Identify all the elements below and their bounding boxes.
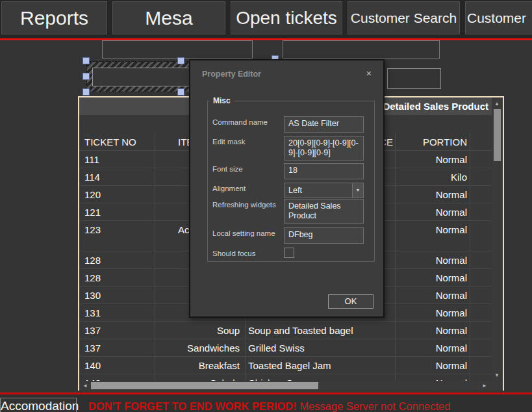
scroll-left-icon[interactable]: ◄ [82,383,88,389]
ok-button[interactable]: OK [328,294,374,309]
cell-group: Breakfast [155,357,245,374]
command-name-label: Command name [212,118,268,126]
scroll-down-icon[interactable]: ▼ [494,373,500,378]
cell-ticket: 142 [79,374,155,381]
cell-group: Sandwiches [155,339,245,356]
should-focus-checkbox[interactable] [284,248,294,258]
app-window: Reports Mesa Open tickets Customer Searc… [0,0,532,412]
cell-ticket: 140 [79,357,155,374]
selection-handle-top-center[interactable] [177,57,184,64]
cell-portion: Normal [395,151,470,168]
cell-portion: Normal [395,221,470,251]
close-icon[interactable]: × [366,68,372,79]
table-title: Detailed Sales Product [383,101,488,112]
cell-group: Salads [155,374,245,381]
warning-text: DON'T FORGET TO END WORK PERIOD! Message… [88,400,450,412]
cell-portion: Normal [395,339,470,356]
cell-ticket: 131 [79,304,155,321]
cell-item: Soup and Toasted bagel [245,322,395,339]
designer-textbox-right[interactable] [283,40,440,58]
nav-mesa-label: Mesa [145,7,192,29]
misc-group-label: Misc [210,96,234,105]
cell-ticket: 128 [79,251,155,268]
scrollbar-corner [492,381,503,391]
cell-portion: Normal [395,269,470,286]
designer-textbox-left[interactable] [102,40,253,58]
top-red-divider [0,38,532,40]
refreshing-widgets-label: Refreshing widgets [212,201,276,209]
cell-item: Grilled Swiss [245,339,395,356]
selection-handle-bottom-left[interactable] [82,88,90,96]
edit-mask-input[interactable]: 20[0-9][0-9]-[0-9][0-9]-[0-9][0-9] [284,136,364,161]
cell-portion: Normal [395,203,470,220]
alignment-value: Left [288,186,302,195]
vertical-scrollbar[interactable]: ▲ ▼ [492,97,503,381]
alignment-label: Alignment [212,185,246,192]
alignment-dropdown[interactable]: Left ▼ [284,183,364,198]
local-setting-name-label: Local setting name [212,229,275,237]
selection-handle-mid-left[interactable] [82,73,90,80]
grid-line [155,133,155,381]
local-setting-name-input[interactable]: DFbeg [284,227,364,244]
cell-portion: Kilo [395,168,470,185]
cell-portion: Normal [395,322,470,339]
horizontal-scrollbar[interactable]: ◄ ► [79,381,492,391]
designer-textbox-small[interactable] [387,68,441,89]
cell-group: Soup [155,322,245,339]
cell-ticket: 130 [79,287,155,303]
property-editor-dialog: Property Editor × Misc Command name AS D… [189,59,385,318]
end-work-period-warning: DON'T FORGET TO END WORK PERIOD! [88,400,297,412]
cell-item: Chicken Caesar [245,374,395,381]
nav-customer-search-button[interactable]: Customer Search [348,1,460,34]
chevron-down-icon[interactable]: ▼ [352,183,363,198]
table-row[interactable]: 140BreakfastToasted Bagel JamNormal [79,357,492,374]
cell-ticket: 121 [79,203,155,220]
grid-line [470,133,470,381]
cell-ticket: 111 [79,151,155,168]
vertical-scrollbar-thumb[interactable] [494,109,501,161]
grid-line [395,133,396,381]
station-button[interactable]: Accomodation [0,398,77,412]
cell-ticket: 137 [79,339,155,356]
nav-open-tickets-button[interactable]: Open tickets [231,1,342,34]
command-name-input[interactable]: AS Date Filter [284,116,364,133]
col-header-ticket-no[interactable]: TICKET NO [79,133,155,150]
cell-portion: Normal [395,374,470,381]
cell-portion: Normal [395,287,470,303]
refreshing-widgets-input[interactable]: Detailed Sales Product [284,199,364,224]
nav-reports-label: Reports [20,7,88,29]
dialog-title: Property Editor [202,70,261,79]
font-size-input[interactable]: 18 [284,163,364,179]
cell-portion: Normal [395,251,470,268]
nav-customer-button[interactable]: Customer [465,1,532,34]
nav-open-tickets-label: Open tickets [236,8,337,29]
selection-handle-bottom-center[interactable] [177,88,184,96]
font-size-label: Font size [212,165,243,173]
table-row[interactable]: 137SoupSoup and Toasted bagelNormal [79,322,492,339]
cell-item: Toasted Bagel Jam [245,357,395,374]
cell-ticket: 137 [79,322,155,339]
edit-mask-label: Edit mask [212,138,246,146]
should-focus-label: Should focus [212,250,256,257]
col-header-portion[interactable]: PORTION [395,133,470,150]
nav-mesa-button[interactable]: Mesa [112,1,225,34]
nav-reports-button[interactable]: Reports [1,1,107,34]
nav-customer-label: Customer [467,10,526,26]
cell-portion: Normal [395,304,470,321]
scroll-up-icon[interactable]: ▲ [494,101,500,107]
cell-ticket: 128 [79,269,155,286]
message-server-status: Message Server not Connected [299,400,450,412]
horizontal-scrollbar-thumb[interactable] [91,382,318,389]
cell-portion: Normal [395,357,470,374]
table-row[interactable]: 142SaladsChicken CaesarNormal [79,374,492,381]
cell-ticket: 114 [79,168,155,185]
table-row[interactable]: 137SandwichesGrilled SwissNormal [79,339,492,357]
cell-ticket: 123 [79,221,155,251]
selection-handle-top-left[interactable] [82,57,90,64]
scroll-right-icon[interactable]: ► [482,383,487,389]
cell-ticket: 120 [79,186,155,203]
status-bar: Accomodation DON'T FORGET TO END WORK PE… [0,394,532,412]
top-nav-bar: Reports Mesa Open tickets Customer Searc… [0,0,532,38]
nav-customer-search-label: Customer Search [351,10,457,26]
cell-portion: Normal [395,186,470,203]
